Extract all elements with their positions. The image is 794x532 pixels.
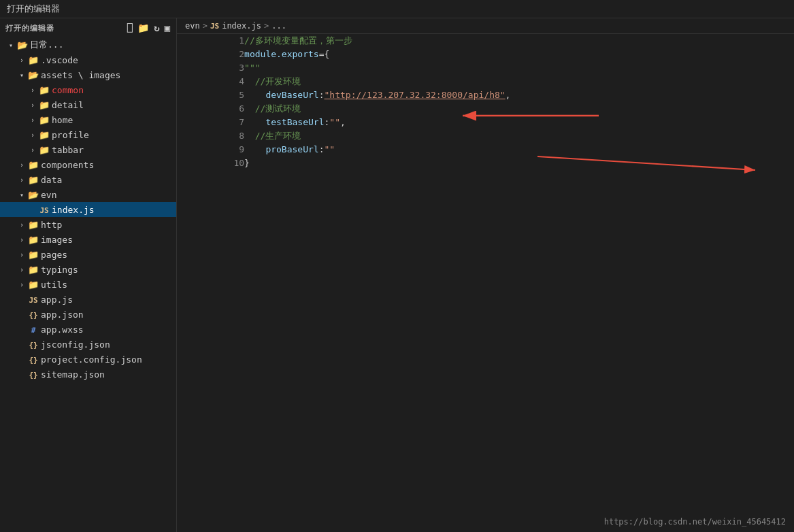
- sidebar-header-icons: ⎕ 📁 ↻ ▣: [127, 22, 171, 33]
- main-layout: 打开的编辑器 ⎕ 📁 ↻ ▣ ▾📂 日常...›📁 .vscode▾📂 asse…: [0, 18, 794, 532]
- chevron-icon: ▾: [16, 71, 27, 79]
- tree-item-13[interactable]: ›📁 images: [0, 232, 176, 247]
- code-line-row: 8 //生产环境: [177, 129, 794, 143]
- chevron-icon: ›: [16, 266, 27, 273]
- chevron-icon: ›: [27, 146, 38, 154]
- file-type-icon: 📁: [38, 100, 50, 110]
- code-content: module.exports={: [244, 48, 794, 61]
- line-number: 2: [177, 48, 244, 61]
- line-number: 4: [177, 75, 244, 88]
- tree-item-label: app.json: [41, 310, 84, 320]
- code-line-row: 6 //测试环境: [177, 102, 794, 116]
- file-type-icon: #: [27, 325, 39, 335]
- code-line-row: 9 proBaseUrl:"": [177, 143, 794, 156]
- file-type-icon: {}: [27, 369, 39, 380]
- breadcrumb-js-icon: JS: [210, 22, 219, 31]
- tree-item-label: 日常...: [30, 39, 63, 51]
- tree-item-2[interactable]: ▾📂 assets \ images: [0, 67, 176, 82]
- file-type-icon: 📁: [27, 280, 39, 290]
- tree-item-11[interactable]: JS index.js: [0, 202, 176, 217]
- code-content: //开发环境: [244, 75, 794, 88]
- file-type-icon: JS: [27, 295, 39, 305]
- code-line-row: 7 testBaseUrl:"",: [177, 116, 794, 129]
- tree-item-6[interactable]: ›📁 profile: [0, 127, 176, 142]
- breadcrumb-sep1: >: [203, 21, 208, 31]
- tree-item-0[interactable]: ▾📂 日常...: [0, 37, 176, 52]
- watermark: https://blog.csdn.net/weixin_45645412: [604, 517, 786, 527]
- code-content: testBaseUrl:"",: [244, 116, 794, 129]
- tree-item-label: components: [41, 160, 94, 170]
- top-bar-title: 打开的编辑器: [7, 3, 60, 15]
- chevron-icon: ›: [16, 56, 27, 64]
- file-type-icon: 📁: [27, 160, 39, 170]
- line-number: 8: [177, 129, 244, 143]
- line-number: 10: [177, 156, 244, 170]
- tree-item-label: common: [52, 85, 84, 95]
- tree-item-label: sitemap.json: [41, 369, 105, 380]
- tree-item-12[interactable]: ›📁 http: [0, 217, 176, 232]
- new-file-icon[interactable]: ⎕: [127, 22, 133, 33]
- collapse-icon[interactable]: ▣: [165, 22, 171, 33]
- tree-item-label: detail: [52, 100, 84, 110]
- chevron-icon: ›: [16, 251, 27, 259]
- chevron-icon: ▾: [16, 191, 27, 199]
- tree-item-label: utils: [41, 280, 67, 290]
- tree-item-label: tabbar: [52, 145, 84, 155]
- line-number: 1: [177, 34, 244, 48]
- tree-item-21[interactable]: {} project.config.json: [0, 352, 176, 367]
- refresh-icon[interactable]: ↻: [154, 22, 160, 33]
- tree-item-7[interactable]: ›📁 tabbar: [0, 142, 176, 157]
- chevron-icon: ›: [27, 86, 38, 94]
- sidebar-header: 打开的编辑器 ⎕ 📁 ↻ ▣: [0, 18, 176, 37]
- line-number: 6: [177, 102, 244, 116]
- tree-item-9[interactable]: ›📁 data: [0, 172, 176, 187]
- tree-item-22[interactable]: {} sitemap.json: [0, 367, 176, 382]
- tree-item-3[interactable]: ›📁 common: [0, 82, 176, 97]
- tree-item-20[interactable]: {} jsconfig.json: [0, 337, 176, 352]
- file-type-icon: 📂: [27, 190, 39, 200]
- file-type-icon: 📁: [27, 220, 39, 230]
- tree-item-5[interactable]: ›📁 home: [0, 112, 176, 127]
- file-type-icon: {}: [27, 310, 39, 320]
- chevron-icon: ›: [16, 176, 27, 184]
- line-number: 7: [177, 116, 244, 129]
- tree-item-19[interactable]: # app.wxss: [0, 322, 176, 337]
- tree-item-label: jsconfig.json: [41, 339, 110, 350]
- tree-item-label: data: [41, 175, 62, 185]
- tree-item-label: .vscode: [41, 55, 78, 65]
- tree-item-4[interactable]: ›📁 detail: [0, 97, 176, 112]
- code-line-row: 4 //开发环境: [177, 75, 794, 88]
- chevron-icon: ›: [16, 281, 27, 288]
- code-table: 1//多环境变量配置，第一步2module.exports={3"""4 //开…: [177, 34, 794, 170]
- tree-item-8[interactable]: ›📁 components: [0, 157, 176, 172]
- chevron-icon: ›: [27, 131, 38, 139]
- code-line-row: 5 devBaseUrl:"http://123.207.32.32:8000/…: [177, 88, 794, 102]
- tree-item-label: app.wxss: [41, 325, 84, 335]
- editor-area: evn > JS index.js > ... 1//多环境变量配置，第一步2m…: [177, 18, 794, 532]
- line-number: 9: [177, 143, 244, 156]
- code-content: //生产环境: [244, 129, 794, 143]
- file-type-icon: 📁: [27, 235, 39, 245]
- code-line-row: 2module.exports={: [177, 48, 794, 61]
- tree-item-18[interactable]: {} app.json: [0, 307, 176, 322]
- chevron-icon: ›: [16, 161, 27, 169]
- new-folder-icon[interactable]: 📁: [137, 22, 150, 33]
- tree-item-label: evn: [41, 190, 56, 200]
- tree-item-17[interactable]: JS app.js: [0, 292, 176, 307]
- code-editor[interactable]: 1//多环境变量配置，第一步2module.exports={3"""4 //开…: [177, 34, 794, 532]
- breadcrumb-evn: evn: [185, 21, 200, 31]
- code-content: """: [244, 61, 794, 75]
- tree-item-label: project.config.json: [41, 354, 142, 365]
- tree-item-14[interactable]: ›📁 pages: [0, 247, 176, 262]
- top-bar: 打开的编辑器: [0, 0, 794, 18]
- chevron-icon: ›: [16, 221, 27, 229]
- tree-item-15[interactable]: ›📁 typings: [0, 262, 176, 277]
- tree-item-label: index.js: [52, 205, 95, 215]
- chevron-icon: ›: [27, 116, 38, 124]
- line-number: 5: [177, 88, 244, 102]
- tree-item-10[interactable]: ▾📂 evn: [0, 187, 176, 202]
- file-type-icon: 📁: [38, 145, 50, 155]
- tree-item-16[interactable]: ›📁 utils: [0, 277, 176, 292]
- tree-item-1[interactable]: ›📁 .vscode: [0, 52, 176, 67]
- code-line-row: 10}: [177, 156, 794, 170]
